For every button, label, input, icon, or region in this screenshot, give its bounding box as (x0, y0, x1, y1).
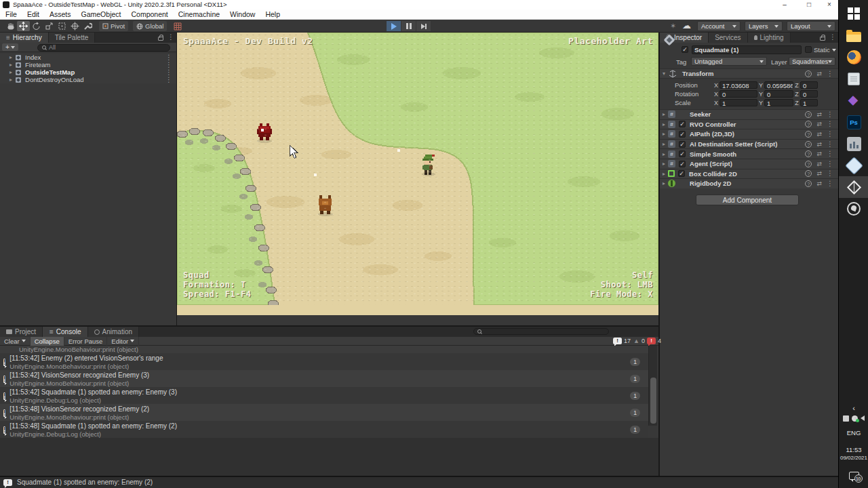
tab-lighting[interactable]: Lighting (748, 33, 791, 43)
component-enabled-checkbox[interactable]: ✓ (679, 150, 686, 157)
help-icon[interactable]: ? (805, 150, 812, 157)
chart-app-icon[interactable] (839, 133, 868, 155)
menu-window[interactable]: Window (230, 10, 255, 18)
console-search-input[interactable] (473, 328, 609, 335)
kebab-menu-icon[interactable]: ⋮ (827, 180, 833, 187)
menu-file[interactable]: File (5, 10, 17, 18)
rotation-x-field[interactable]: 0 (719, 90, 757, 98)
kebab-menu-icon[interactable]: ⋮ (165, 77, 172, 83)
warning-count[interactable]: ▲0 (633, 338, 645, 344)
lock-icon[interactable] (158, 37, 163, 41)
foldout-arrow-icon[interactable]: ▸ (663, 121, 665, 127)
tag-dropdown[interactable]: Untagged (691, 57, 767, 66)
scale-y-field[interactable]: 1 (764, 99, 793, 106)
maximize-button[interactable]: □ (802, 0, 816, 9)
rotation-z-field[interactable]: 0 (800, 90, 818, 98)
position-x-field[interactable]: 17.03608 (719, 81, 757, 89)
pivot-toggle[interactable]: Pivot (99, 21, 128, 31)
component-enabled-checkbox[interactable]: ✓ (678, 170, 685, 177)
scale-x-field[interactable]: 1 (719, 99, 757, 106)
menu-component[interactable]: Component (131, 10, 167, 18)
play-button[interactable] (387, 21, 401, 31)
tray-expand-chevron-icon[interactable]: ‹ (839, 404, 868, 412)
rotate-tool-icon[interactable] (30, 21, 43, 31)
static-checkbox[interactable]: ✓ (805, 46, 812, 53)
notepad-icon[interactable] (839, 68, 868, 89)
foldout-arrow-icon[interactable]: ▸ (663, 131, 665, 137)
log-entry-clipped[interactable]: UnityEngine.MonoBehaviour:print (object) (0, 346, 648, 353)
hierarchy-item-dontdestroyonload[interactable]: ▸ DontDestroyOnLoad⋮ (0, 76, 176, 83)
language-indicator[interactable]: ENG (839, 429, 868, 436)
scale-z-field[interactable]: 1 (800, 99, 818, 106)
component-enabled-checkbox[interactable]: ✓ (679, 121, 686, 127)
grid-snap-icon[interactable] (171, 21, 184, 31)
foldout-arrow-icon[interactable]: ▸ (663, 151, 665, 157)
foldout-arrow-icon[interactable]: ▸ (663, 141, 665, 147)
presets-icon[interactable]: ⇄ (816, 121, 822, 127)
clock-time[interactable]: 11:53 (839, 446, 868, 453)
system-tray[interactable] (839, 415, 868, 422)
component-box-collider-2d[interactable]: ▸ ✓ Box Collider 2D ?⇄⋮ (660, 169, 838, 179)
log-entry[interactable]: ! [11:53:48] Squadmate (1) spotted an en… (0, 421, 648, 438)
error-pause-toggle[interactable]: Error Pause (64, 337, 108, 346)
help-icon[interactable]: ? (805, 141, 812, 148)
presets-icon[interactable]: ⇄ (816, 111, 822, 118)
log-entry[interactable]: ! [11:53:42] VisionSensor recognized Ene… (0, 370, 648, 387)
rect-tool-icon[interactable] (56, 21, 68, 31)
rotation-y-field[interactable]: 0 (764, 90, 793, 98)
lock-icon[interactable] (820, 37, 825, 41)
unity-taskbar-icon[interactable] (839, 176, 868, 198)
foldout-arrow-icon[interactable]: ▸ (9, 62, 12, 68)
tab-hierarchy[interactable]: ≡Hierarchy (0, 33, 49, 43)
hierarchy-item-index[interactable]: ▸ Index⋮ (0, 54, 176, 61)
presets-icon[interactable]: ⇄ (816, 141, 822, 148)
photoshop-icon[interactable]: Ps (839, 111, 868, 133)
presets-icon[interactable]: ⇄ (816, 170, 822, 177)
clock-date[interactable]: 09/02/2021 (839, 455, 868, 461)
kebab-menu-icon[interactable]: ⋮ (165, 62, 172, 68)
game-render-area[interactable]: SpaaaAce - Dev Build v2 Placeholder Art … (177, 43, 658, 315)
info-count[interactable]: !17 (613, 338, 631, 344)
chevron-down-icon[interactable] (832, 49, 836, 52)
tray-app-icon[interactable] (843, 415, 849, 422)
custom-tool-icon[interactable] (81, 21, 94, 31)
foldout-arrow-icon[interactable]: ▸ (9, 54, 12, 60)
scale-tool-icon[interactable] (43, 21, 56, 31)
presets-icon[interactable]: ⇄ (816, 70, 822, 77)
kebab-menu-icon[interactable]: ⋮ (827, 170, 833, 177)
help-icon[interactable]: ? (805, 161, 812, 167)
component-enabled-checkbox[interactable]: ✓ (679, 131, 686, 138)
position-y-field[interactable]: 0.059586 (764, 81, 793, 89)
kebab-menu-icon[interactable]: ⋮ (827, 70, 833, 77)
log-entry[interactable]: ! [11:53:48] VisionSensor recognized Ene… (0, 404, 648, 421)
kebab-menu-icon[interactable]: ⋮ (165, 54, 172, 61)
component-ai-destination-setter[interactable]: ▸# ✓ AI Destination Setter (Script) ?⇄⋮ (660, 139, 838, 149)
console-scrollbar[interactable] (648, 346, 657, 426)
close-button[interactable]: × (822, 0, 837, 9)
component-agent[interactable]: ▸# ✓ Agent (Script) ?⇄⋮ (660, 159, 838, 169)
help-icon[interactable]: ? (805, 70, 812, 77)
editor-dropdown[interactable]: Editor (107, 337, 139, 346)
cloud-collab-icon[interactable]: ☁ (682, 20, 691, 30)
foldout-arrow-icon[interactable]: ▾ (663, 70, 665, 77)
component-aipath[interactable]: ▸# ✓ AIPath (2D,3D) ?⇄⋮ (660, 129, 838, 139)
presets-icon[interactable]: ⇄ (816, 161, 822, 167)
help-icon[interactable]: ? (805, 180, 812, 187)
file-explorer-icon[interactable] (839, 24, 868, 46)
menu-help[interactable]: Help (265, 10, 280, 18)
firefox-icon[interactable] (839, 46, 868, 68)
component-enabled-checkbox[interactable]: ✓ (679, 141, 686, 148)
kebab-menu-icon[interactable]: ⋮ (827, 150, 833, 157)
tab-services[interactable]: Services (709, 33, 747, 43)
help-icon[interactable]: ? (805, 111, 812, 118)
presets-icon[interactable]: ⇄ (816, 180, 822, 187)
hierarchy-item-outsidetestmap[interactable]: ▸ OutsideTestMap⋮ (0, 68, 176, 76)
help-icon[interactable]: ? (805, 121, 812, 127)
create-object-button[interactable]: + (2, 43, 18, 51)
error-count[interactable]: !4 (647, 338, 661, 344)
kebab-menu-icon[interactable]: ⋮ (827, 131, 833, 138)
global-toggle[interactable]: Global (133, 21, 167, 31)
start-button[interactable] (839, 3, 868, 24)
foldout-arrow-icon[interactable]: ▸ (9, 69, 12, 75)
transform-tool-icon[interactable] (68, 21, 81, 31)
